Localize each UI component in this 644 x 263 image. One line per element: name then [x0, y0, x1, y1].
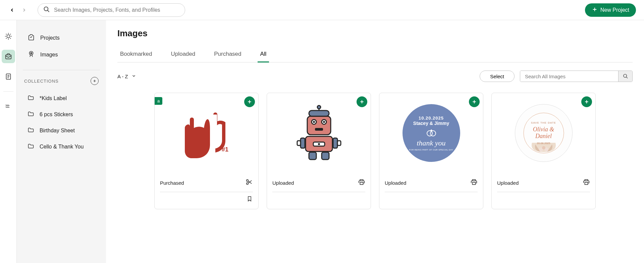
svg-rect-2 — [5, 55, 11, 59]
image-card[interactable]: 10.20.2025Stacey & Jimmythank youFOR BEI… — [379, 93, 483, 209]
folder-icon — [28, 111, 34, 119]
svg-point-6 — [624, 74, 627, 77]
svg-point-16 — [313, 121, 315, 123]
plus-icon — [592, 6, 598, 14]
svg-point-9 — [247, 183, 249, 185]
search-images-input[interactable] — [520, 71, 618, 82]
sidebar-item-label: Images — [40, 52, 58, 58]
svg-text:#1: #1 — [222, 146, 228, 153]
projects-icon — [28, 34, 35, 42]
rail-list[interactable] — [2, 70, 15, 83]
tab-purchased[interactable]: Purchased — [211, 47, 244, 62]
bookmark-button[interactable] — [246, 195, 253, 204]
add-to-canvas-button[interactable] — [581, 96, 592, 107]
add-to-canvas-button[interactable] — [357, 96, 367, 107]
print-icon[interactable] — [583, 178, 590, 187]
print-icon[interactable] — [470, 178, 478, 187]
tab-bookmarked[interactable]: Bookmarked — [117, 47, 155, 62]
card-preview: 10.20.2025Stacey & Jimmythank youFOR BEI… — [379, 93, 483, 173]
collection-item[interactable]: 6 pcs Stickers — [23, 106, 100, 123]
back-button[interactable] — [8, 6, 16, 14]
svg-rect-11 — [309, 111, 329, 116]
folder-icon — [28, 143, 34, 151]
add-collection-button[interactable] — [91, 77, 99, 85]
print-icon[interactable] — [358, 178, 365, 187]
svg-rect-18 — [315, 128, 323, 131]
image-card[interactable]: SAVE THE DATEOlivia &Daniel20.08.2025 Up… — [491, 93, 596, 209]
chevron-down-icon — [131, 74, 136, 79]
card-preview: #1 — [155, 93, 258, 173]
svg-point-29 — [430, 131, 436, 136]
folder-icon — [28, 94, 34, 102]
svg-rect-22 — [301, 138, 305, 148]
card-status: Uploaded — [385, 180, 406, 186]
svg-point-21 — [318, 143, 320, 145]
sort-label: A - Z — [117, 74, 128, 79]
cut-icon[interactable] — [246, 178, 253, 187]
card-preview — [267, 93, 371, 173]
svg-rect-10 — [307, 116, 331, 135]
collection-label: *Kids Label — [40, 95, 67, 101]
collection-item[interactable]: Birthday Sheet — [23, 123, 100, 139]
page-title: Images — [117, 28, 633, 39]
svg-point-5 — [31, 52, 32, 54]
add-to-canvas-button[interactable] — [469, 96, 480, 107]
svg-rect-24 — [297, 141, 301, 145]
svg-rect-25 — [337, 141, 341, 145]
card-badge: a — [155, 97, 162, 105]
collection-label: Birthday Sheet — [40, 128, 75, 134]
svg-rect-26 — [309, 152, 316, 160]
svg-rect-23 — [333, 138, 337, 148]
tab-uploaded[interactable]: Uploaded — [168, 47, 198, 62]
card-preview: SAVE THE DATEOlivia &Daniel20.08.2025 — [492, 93, 595, 173]
tab-all[interactable]: All — [258, 47, 269, 62]
svg-point-33 — [542, 146, 545, 149]
sidebar-item-projects[interactable]: Projects — [23, 30, 100, 46]
new-project-label: New Project — [600, 7, 629, 13]
sidebar-item-images[interactable]: Images — [23, 46, 100, 63]
search-images-button[interactable] — [618, 71, 632, 82]
svg-point-17 — [323, 121, 325, 123]
new-project-button[interactable]: New Project — [585, 3, 636, 17]
sidebar-item-label: Projects — [40, 35, 60, 41]
rail-mystuff[interactable] — [2, 50, 15, 63]
rail-heat[interactable] — [2, 100, 15, 113]
collections-heading: COLLECTIONS — [24, 79, 59, 84]
image-card[interactable]: a #1 Purchased — [154, 93, 259, 209]
forward-button[interactable] — [20, 6, 28, 14]
folder-icon — [28, 127, 34, 135]
image-card[interactable]: Uploaded — [267, 93, 371, 209]
collection-label: 6 pcs Stickers — [40, 112, 73, 118]
svg-rect-27 — [322, 152, 329, 160]
collection-label: Cello & Thank You — [40, 144, 84, 150]
global-search[interactable] — [38, 3, 185, 17]
svg-point-8 — [247, 180, 249, 182]
card-status: Uploaded — [497, 180, 519, 186]
add-to-canvas-button[interactable] — [244, 96, 255, 107]
sort-dropdown[interactable]: A - Z — [117, 74, 136, 79]
card-status: Uploaded — [272, 180, 294, 186]
svg-point-0 — [44, 7, 48, 11]
select-button[interactable]: Select — [480, 71, 515, 82]
svg-point-12 — [317, 105, 321, 109]
collection-item[interactable]: *Kids Label — [23, 90, 100, 106]
rail-discover[interactable] — [2, 30, 15, 43]
images-icon — [28, 50, 35, 59]
search-icon — [43, 6, 50, 14]
card-status: Purchased — [160, 180, 184, 186]
collection-item[interactable]: Cello & Thank You — [23, 139, 100, 155]
global-search-input[interactable] — [54, 7, 179, 13]
svg-point-1 — [7, 35, 10, 38]
